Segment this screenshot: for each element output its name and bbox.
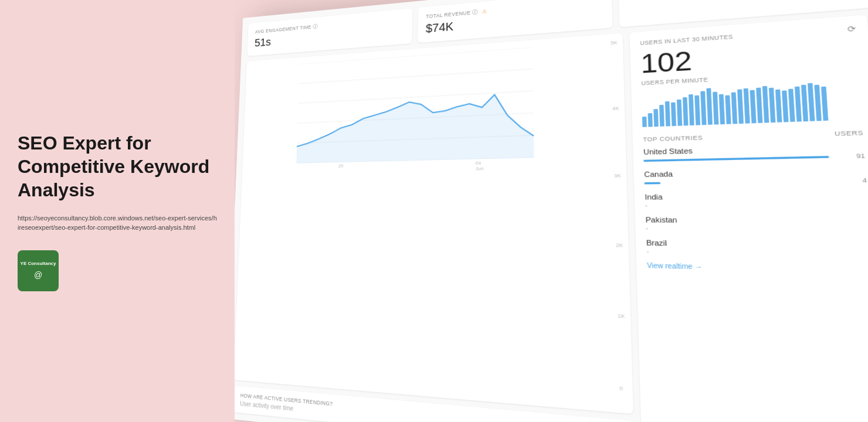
us-value: 91	[856, 152, 866, 160]
bar-10	[695, 95, 701, 125]
bar-12	[707, 88, 713, 125]
country-row-pk: Pakistan -	[645, 216, 868, 234]
country-row-in: India -	[645, 191, 868, 209]
bar-9	[689, 94, 694, 125]
top-countries-header: TOP COUNTRIES USERS	[643, 130, 864, 143]
realtime-column: USERS IN LAST 30 MINUTES ⟳ 102 USERS PER…	[630, 15, 868, 422]
main-content-row: 5K 4K 3K 2K 1K 0	[235, 0, 868, 422]
y-label-5k: 5K	[611, 40, 618, 46]
bar-7	[677, 100, 682, 126]
bar-16	[731, 93, 738, 124]
pk-dash: -	[646, 225, 648, 232]
x-label-1	[278, 165, 279, 175]
bar-20	[756, 87, 762, 123]
br-dash: -	[646, 248, 649, 255]
bar-28	[808, 83, 815, 121]
logo-text: YE Consultancy	[18, 261, 59, 267]
bar-19	[750, 90, 757, 123]
bar-14	[719, 94, 725, 124]
country-bar-br: -	[646, 248, 868, 259]
bar-5	[665, 101, 670, 126]
bar-2	[648, 113, 653, 127]
bar-21	[762, 86, 769, 123]
y-label-3k: 3K	[614, 173, 621, 179]
analytics-panel: Avg engagement time ⓘ 51s Total revenue …	[235, 0, 868, 422]
realtime-count: 102	[640, 47, 693, 77]
svg-line-1	[299, 69, 533, 84]
bar-11	[701, 91, 707, 125]
refresh-icon[interactable]: ⟳	[847, 24, 857, 34]
y-label-1k: 1K	[618, 312, 625, 319]
y-label-2k: 2K	[616, 242, 623, 248]
y-label-0: 0	[619, 385, 627, 392]
page-title: SEO Expert for Competitive Keyword Analy…	[18, 131, 217, 202]
bar-26	[795, 87, 802, 122]
line-chart-svg	[250, 43, 595, 164]
bar-25	[788, 89, 795, 122]
country-bar-in: -	[645, 202, 868, 209]
y-label-4k: 4K	[612, 106, 619, 111]
engagement-card: Avg engagement time ⓘ 51s	[247, 8, 412, 56]
warning-icon: ⚠	[482, 8, 487, 15]
country-name-ca: Canada	[644, 166, 866, 178]
x-label-jun: 04Jun	[476, 160, 484, 171]
country-row-br: Brazil -	[646, 239, 868, 259]
svg-line-0	[300, 47, 533, 64]
bar-29	[815, 84, 822, 121]
view-realtime-link[interactable]: View realtime →	[647, 262, 868, 275]
bar-22	[769, 88, 775, 122]
logo-icon: @	[34, 270, 42, 280]
line-chart-column: 5K 4K 3K 2K 1K 0	[235, 33, 635, 422]
bar-23	[775, 89, 782, 122]
country-bar-pk: -	[646, 225, 868, 234]
in-dash: -	[645, 202, 647, 209]
ca-bar	[645, 182, 661, 184]
line-chart-card: 5K 4K 3K 2K 1K 0	[235, 33, 633, 414]
country-name-in: India	[645, 191, 868, 201]
bar-17	[737, 90, 744, 124]
page-url[interactable]: https://seoyeconsultancy.blob.core.windo…	[18, 213, 217, 233]
bar-13	[713, 91, 718, 125]
bar-4	[659, 105, 664, 127]
country-bar-ca: 4	[645, 177, 867, 186]
bar-1	[642, 116, 647, 127]
ca-value: 4	[862, 177, 867, 184]
bar-27	[801, 85, 808, 121]
bar-3	[654, 108, 659, 127]
logo-badge: YE Consultancy @	[18, 250, 59, 291]
realtime-card: USERS IN LAST 30 MINUTES ⟳ 102 USERS PER…	[630, 15, 868, 422]
country-name-pk: Pakistan	[645, 216, 868, 225]
bar-8	[683, 97, 689, 126]
x-label-25: 25	[338, 164, 344, 174]
chart-area	[296, 93, 534, 164]
bar-6	[671, 103, 676, 126]
country-row-us: United States 91	[643, 142, 866, 164]
dashboard-inner: Avg engagement time ⓘ 51s Total revenue …	[235, 0, 868, 422]
dashboard-container: Avg engagement time ⓘ 51s Total revenue …	[235, 0, 868, 422]
bar-15	[725, 95, 731, 124]
bar-24	[782, 90, 788, 122]
realtime-header-label: USERS IN LAST 30 MINUTES	[640, 33, 733, 46]
us-bar	[643, 155, 829, 161]
left-panel: SEO Expert for Competitive Keyword Analy…	[0, 0, 235, 422]
mini-bar-chart	[642, 81, 863, 127]
country-row-ca: Canada 4	[644, 166, 867, 186]
bar-18	[744, 88, 750, 123]
bar-30	[821, 86, 828, 121]
